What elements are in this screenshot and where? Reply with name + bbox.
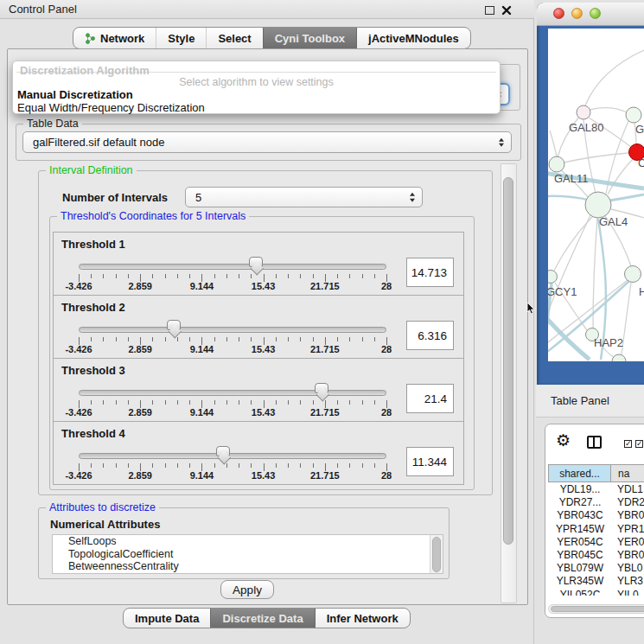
- tick-label: 9.144: [190, 470, 214, 481]
- panel-title: Control Panel: [9, 3, 77, 16]
- mouse-cursor: [526, 303, 537, 315]
- table-row[interactable]: YPR145WYPR1: [548, 523, 644, 536]
- zoom-traffic-light-icon[interactable]: [590, 8, 601, 19]
- network-canvas[interactable]: GAL80 GAL11 GAL4 GCY1 HAP2 GA C H: [548, 29, 644, 361]
- dropdown-option[interactable]: Manual Discretization: [17, 88, 495, 101]
- tick-mark: [337, 274, 338, 278]
- table-row[interactable]: YBR045CYBR0: [548, 549, 644, 562]
- tick-mark: [214, 274, 215, 278]
- tick-mark: [226, 463, 227, 468]
- slider-tick-labels: -3.4262.8599.14415.4321.71528: [79, 470, 386, 481]
- float-window-icon[interactable]: [485, 6, 494, 15]
- close-icon[interactable]: [501, 5, 512, 16]
- close-traffic-light-icon[interactable]: [553, 8, 564, 19]
- threshold-value-field[interactable]: [406, 384, 454, 413]
- node-gcy1[interactable]: [548, 271, 558, 284]
- scrollbar-thumb[interactable]: [503, 177, 513, 545]
- node-gal11[interactable]: [549, 156, 564, 172]
- table-row[interactable]: YDL19...YDL1: [548, 483, 644, 496]
- tick-label: 15.43: [252, 281, 276, 291]
- number-of-intervals-combobox[interactable]: 5: [185, 187, 423, 207]
- threshold-label: Threshold 4: [61, 427, 125, 440]
- table-row[interactable]: YBL079WYBL0: [548, 562, 644, 575]
- split-columns-icon[interactable]: [587, 436, 602, 449]
- tick-mark: [226, 400, 227, 405]
- table-horizontal-scrollbar[interactable]: [548, 604, 644, 614]
- slider-track[interactable]: [79, 390, 386, 396]
- attribute-list-item[interactable]: BetweennessCentrality: [53, 560, 443, 573]
- node[interactable]: [612, 354, 626, 361]
- tab-style[interactable]: Style: [156, 28, 206, 48]
- tab-cyni-toolbox[interactable]: Cyni Toolbox: [263, 28, 356, 48]
- slider-track[interactable]: [79, 327, 386, 333]
- tick-mark: [152, 337, 153, 341]
- attribute-list-item[interactable]: TopologicalCoefficient: [53, 548, 443, 561]
- list-vertical-scrollbar[interactable]: [430, 535, 443, 573]
- checkbox-icon[interactable]: ✓: [624, 440, 632, 448]
- minimize-traffic-light-icon[interactable]: [571, 8, 583, 19]
- attribute-list-item[interactable]: SelfLoops: [53, 535, 443, 548]
- numerical-attributes-list[interactable]: SelfLoopsTopologicalCoefficientBetweenne…: [52, 534, 443, 574]
- control-panel: Control Panel Network Style Select Cyni …: [0, 0, 534, 644]
- tick-mark: [103, 274, 104, 278]
- table-row[interactable]: YER054CYER0: [548, 536, 644, 549]
- slider-thumb[interactable]: [249, 257, 263, 267]
- algorithm-dropdown-popup: Discretization Algorithm Select algorith…: [12, 61, 501, 114]
- node-gal80[interactable]: [577, 105, 590, 119]
- tick-mark: [116, 463, 117, 468]
- dropdown-option[interactable]: Equal Width/Frequency Discretization: [17, 101, 495, 114]
- tab-discretize-data[interactable]: Discretize Data: [210, 609, 314, 628]
- tab-select[interactable]: Select: [206, 28, 262, 48]
- tab-infer-network[interactable]: Infer Network: [315, 609, 410, 628]
- scrollbar-thumb[interactable]: [432, 537, 441, 572]
- table-header-row: shared... na: [548, 464, 644, 482]
- node-gal4[interactable]: [585, 192, 611, 218]
- table-panel-titlebar: Table Panel: [536, 385, 644, 418]
- slider-track[interactable]: [79, 453, 386, 459]
- tick-label: 9.144: [190, 344, 214, 354]
- tick-mark: [313, 274, 314, 278]
- tab-label: Cyni Toolbox: [275, 32, 345, 45]
- table-cell: YIL052C: [548, 589, 612, 596]
- scrollbar-thumb[interactable]: [551, 606, 644, 612]
- checkbox-icon[interactable]: ✓: [635, 440, 643, 448]
- slider-thumb[interactable]: [216, 446, 230, 456]
- slider-track[interactable]: [79, 264, 386, 270]
- table-row[interactable]: YDR27...YDR2: [548, 496, 644, 509]
- slider-thumb[interactable]: [315, 383, 328, 393]
- node-label-partial: C: [638, 156, 644, 169]
- tick-mark: [116, 400, 117, 405]
- top-tab-bar: Network Style Select Cyni Toolbox jActiv…: [73, 27, 471, 49]
- settings-vertical-scrollbar[interactable]: [501, 163, 517, 603]
- tick-mark: [165, 400, 166, 405]
- table-data-combobox[interactable]: galFiltered.sif default node: [22, 131, 512, 153]
- node[interactable]: [626, 107, 641, 123]
- table-cell: YDL1: [612, 483, 644, 496]
- tab-jactivemnodules[interactable]: jActiveMNodules: [356, 28, 470, 48]
- table-cell: YLR3: [612, 575, 644, 588]
- slider-thumb[interactable]: [167, 320, 181, 330]
- number-of-intervals-label: Number of Intervals: [62, 191, 168, 204]
- tab-network[interactable]: Network: [73, 28, 156, 48]
- threshold-value-field[interactable]: [406, 321, 454, 350]
- interval-definition-label: Interval Definition: [46, 164, 137, 176]
- apply-button[interactable]: Apply: [220, 580, 274, 599]
- tab-label: Discretize Data: [222, 612, 303, 625]
- tick-mark: [214, 400, 215, 405]
- tab-impute-data[interactable]: Impute Data: [124, 609, 210, 628]
- table-row[interactable]: YLR345WYLR3: [548, 575, 644, 588]
- node[interactable]: [625, 266, 641, 283]
- column-header-name[interactable]: na: [611, 465, 644, 481]
- table-cell: YLR345W: [548, 575, 612, 588]
- combo-arrows-icon: [499, 137, 504, 147]
- threshold-value-field[interactable]: [406, 447, 454, 476]
- table-row[interactable]: YIL052CYIL0: [548, 589, 644, 596]
- table-row[interactable]: YBR043CYBR0: [548, 509, 644, 522]
- threshold-value-field[interactable]: [406, 258, 454, 287]
- column-header-shared-name[interactable]: shared...: [548, 465, 611, 481]
- tick-mark: [189, 463, 190, 468]
- tick-mark: [337, 400, 338, 405]
- tick-label: 2.859: [128, 281, 152, 291]
- settings-gear-icon[interactable]: ⚙: [556, 432, 571, 449]
- tick-mark: [165, 337, 166, 341]
